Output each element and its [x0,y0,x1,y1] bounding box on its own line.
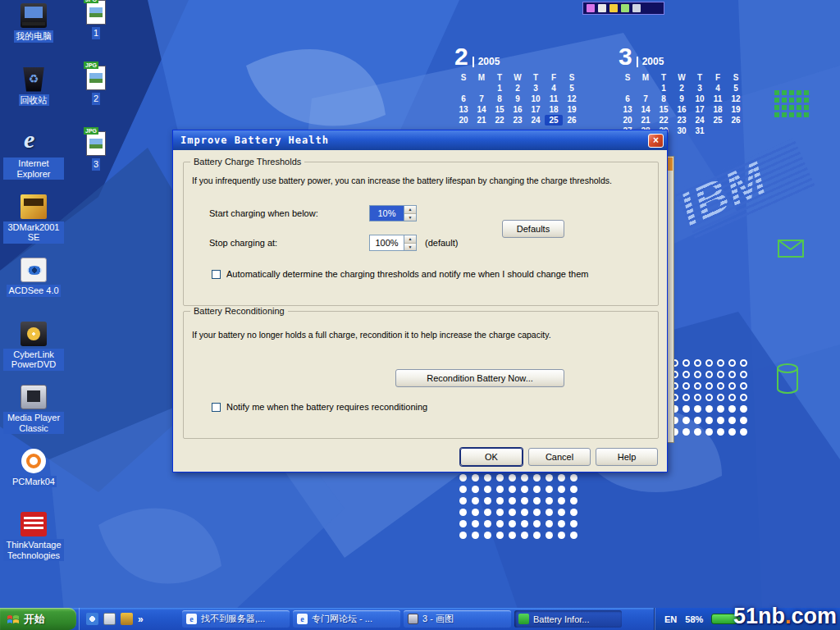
auto-determine-checkbox[interactable]: Automatically determine the charging thr… [212,269,588,279]
calendar-year: 2005 [637,57,664,67]
presentation-icon[interactable] [587,4,595,12]
start-label: 开始 [24,612,45,627]
desktop-icon-recycle-bin[interactable]: 回收站 [3,67,64,131]
mpc-icon [21,385,47,409]
desktop-icon-column: 我的电脑回收站Internet Explorer3DMark2001 SEACD… [3,3,64,576]
calendar-date: 15 [491,104,509,115]
battery-reconditioning-group: Battery Reconditioning If your battery n… [183,311,659,439]
calendar-date: 20 [619,115,637,126]
jpg-badge: JPG [84,62,98,69]
start-threshold-value[interactable]: 10% [370,206,404,221]
desktop-icon-thinkvantage[interactable]: ThinkVantage Technologies [3,512,64,576]
calendar-date: 25 [545,115,563,126]
ok-button[interactable]: OK [460,448,523,466]
close-button[interactable]: × [648,134,664,148]
help-button[interactable]: Help [596,448,658,466]
desktop-icon-label: 1 [92,27,100,39]
calendar-month-header: 22005 [454,44,586,69]
calendar-date: 9 [509,94,527,104]
calendar-date: 10 [527,94,545,104]
battery-meter-icon[interactable] [621,4,629,12]
calendar-date: 13 [454,104,472,115]
desktop: IBM 22005SMTWTFS123456789101112131415161… [0,0,840,630]
desktop-icon-mpc[interactable]: Media Player Classic [3,385,64,449]
calendar-date: 18 [545,104,563,115]
desktop-icon-pcmark04[interactable]: PCMark04 [3,449,64,513]
calendar-date: 4 [545,83,563,94]
ie-quicklaunch-icon[interactable] [86,613,98,625]
desktop-icon-powerdvd[interactable]: CyberLink PowerDVD [3,322,64,386]
mini-toolbar[interactable] [582,2,664,15]
checkbox-box[interactable] [212,270,221,279]
cancel-button[interactable]: Cancel [528,448,591,466]
quicklaunch-overflow-chevron[interactable]: » [138,614,144,625]
task-button-4[interactable]: Battery Infor... [514,610,622,628]
calendar-day-headers: SMTWTFS [454,72,586,83]
calendar-date: 14 [472,104,491,115]
calendar-date: 13 [619,104,637,115]
task-button-1[interactable]: e找不到服务器,... [182,610,290,628]
calendar-date: 21 [637,115,655,126]
jpg-badge: JPG [84,0,98,3]
task-button-3[interactable]: 3 - 画图 [404,610,511,628]
desktop-icon-jpg-2[interactable]: JPG2 [77,66,115,131]
notify-reconditioning-checkbox[interactable]: Notify me when the battery requires reco… [212,402,427,412]
jpg-thumbnail [89,73,103,83]
recondition-battery-button[interactable]: Recondition Battery Now... [395,369,564,387]
media-player-quicklaunch-icon[interactable] [121,613,133,625]
calendar-week-row: 12345 [454,83,586,94]
task-button-2[interactable]: e专门网论坛 - ... [293,610,400,628]
calendar-day-header: W [673,72,691,83]
defaults-button[interactable]: Defaults [502,220,564,238]
calendar-date: 21 [472,115,491,126]
internet-explorer-icon [21,130,47,155]
calendar-date: 5 [563,83,581,94]
acdsee-icon [21,258,47,282]
desktop-icon-label: CyberLink PowerDVD [3,349,64,371]
task-label: 找不到服务器,... [201,613,265,625]
close-icon: × [653,135,659,146]
jpg-thumbnail [89,139,103,148]
group-title: Battery Charge Thresholds [190,157,304,167]
calendar-date: 19 [563,104,581,115]
spinner-arrows[interactable]: ▲▼ [404,206,416,221]
calendar-date: 3 [527,83,545,94]
spinner-down-icon[interactable]: ▼ [404,244,416,251]
start-button[interactable]: 开始 [0,608,76,630]
database-cylinder-icon [776,363,799,395]
calendar-date: 16 [673,104,691,115]
language-indicator[interactable]: EN [664,614,677,624]
3dmark2001-icon [21,194,47,219]
calendar-date: 10 [691,94,709,104]
start-threshold-spinner[interactable]: 10% ▲▼ [369,205,417,221]
show-desktop-icon[interactable] [103,613,116,625]
desktop-icon-jpg-1[interactable]: JPG1 [77,0,115,66]
jpg-file-icon: JPG [86,66,106,90]
spinner-up-icon[interactable]: ▲ [404,206,416,214]
calendar-date [727,126,745,136]
calendar-date: 22 [491,115,509,126]
calendar-date: 6 [454,94,472,104]
calendar-date: 19 [727,104,745,115]
power-icon[interactable] [609,4,618,12]
calendar-day-header: S [727,72,745,83]
calendar-date [472,83,491,94]
checkbox-box[interactable] [212,403,221,412]
keyboard-icon[interactable] [632,4,641,12]
desktop-icon-acdsee[interactable]: ACDSee 4.0 [3,258,64,322]
desktop-icon-internet-explorer[interactable]: Internet Explorer [3,130,64,194]
spinner-up-icon[interactable]: ▲ [404,235,416,244]
calendar-date: 7 [637,94,655,104]
calendar-date: 7 [472,94,491,104]
dialog-titlebar[interactable]: Improve Battery Health × [173,130,667,150]
desktop-icon-jpg-3[interactable]: JPG3 [77,131,115,197]
recycle-bin-icon [21,67,47,92]
spinner-down-icon[interactable]: ▼ [404,214,416,221]
desktop-icon-my-computer[interactable]: 我的电脑 [3,3,64,67]
spinner-arrows[interactable]: ▲▼ [404,235,416,250]
display-icon[interactable] [598,4,606,12]
desktop-icon-3dmark2001[interactable]: 3DMark2001 SE [3,194,64,258]
calendar-week-row: 13141516171819 [454,104,586,115]
stop-threshold-spinner[interactable]: 100% ▲▼ [369,235,417,251]
stop-threshold-value[interactable]: 100% [370,235,404,250]
